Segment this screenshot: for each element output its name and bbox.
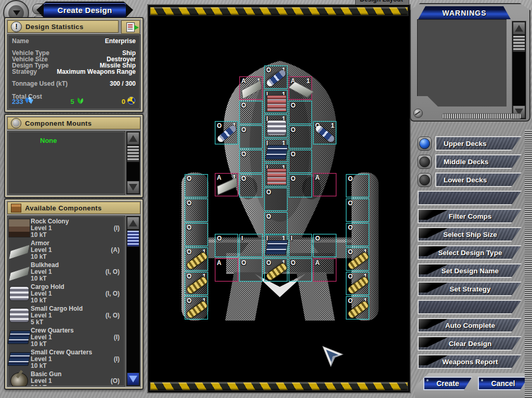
grid-cell-outer[interactable]: O (239, 174, 263, 197)
weapons-report-button[interactable]: Weapons Report (418, 354, 523, 369)
component-list-item[interactable]: Small Crew Quarters Level 1 10 kT (I) (8, 348, 125, 370)
component-list-item[interactable]: Bulkhead Level 1 10 kT (I, O) (8, 261, 125, 283)
mounts-scrollbar[interactable] (126, 131, 140, 195)
grid-cell-outer[interactable]: O (239, 125, 263, 149)
set-design-name-button[interactable]: Set Design Name (418, 263, 523, 278)
arrow-up-icon (515, 25, 523, 32)
grid-cell-armor[interactable]: A1 (289, 76, 312, 100)
warnings-body[interactable] (417, 19, 508, 108)
grid-cell-outer[interactable]: O (289, 150, 312, 173)
grid-cell-outer[interactable]: O (185, 174, 208, 197)
deck-radio[interactable] (418, 155, 432, 169)
component-list-item[interactable]: Rock Colony Level 1 10 kT (I) (8, 217, 125, 239)
component-list-item[interactable]: Armor Level 1 10 kT (A) (8, 239, 125, 261)
cell-letter: O (348, 273, 353, 280)
grid-cell-outer[interactable]: O (289, 258, 312, 282)
component-mounts-list[interactable]: None (7, 131, 125, 195)
grid-cell-outer[interactable]: O (313, 234, 336, 257)
grid-cell-outer[interactable]: O1 (346, 272, 369, 295)
grid-cell-outer[interactable]: O (346, 223, 369, 246)
corner-notch (419, 246, 448, 256)
deck-radio[interactable] (418, 173, 432, 187)
auto-complete-button[interactable]: Auto Complete (418, 318, 523, 333)
grid-cell-armor[interactable]: A1 (215, 173, 238, 196)
grid-cell-outer[interactable]: O1 (313, 121, 336, 144)
cell-letter: O (291, 126, 295, 134)
clear-design-button[interactable]: Clear Design (418, 336, 523, 351)
grid-cell-outer[interactable]: O (185, 198, 208, 222)
grid-cell-outer[interactable]: O1 (346, 247, 369, 271)
design-canvas[interactable]: OOOO1O1O1OOOO1O1O1O1I1I1I1I1OOA1A1OOOOOO… (147, 4, 411, 393)
grid-cell-outer[interactable]: O1 (264, 65, 288, 89)
grid-cell-outer[interactable]: O1 (185, 296, 208, 320)
grid-cell-outer[interactable]: O (185, 223, 208, 246)
component-slots: (I, O) (106, 269, 120, 275)
component-list-item[interactable]: Basic Gun Level 1 30 kT (O) (8, 370, 125, 387)
select-design-type-button[interactable]: Select Design Type (418, 245, 523, 260)
deck-button-upper-decks[interactable]: Upper Decks (435, 136, 523, 151)
deck-radio[interactable] (418, 137, 432, 151)
grid-cell-inner[interactable]: I1 (264, 90, 288, 113)
export-report-button[interactable] (121, 20, 140, 34)
boxblue-component-icon (7, 330, 31, 344)
grid-cell-outer[interactable]: O (239, 101, 263, 124)
grid-cell-inner[interactable]: I (289, 234, 312, 257)
filter-comps-button[interactable]: Filter Comps (418, 209, 523, 223)
grid-cell-inner[interactable]: I1 (264, 139, 288, 162)
cancel-button[interactable]: Cancel (478, 377, 528, 390)
grid-cell-armor[interactable]: A (215, 258, 238, 282)
grid-cell-outer[interactable]: O (346, 198, 369, 222)
grid-cell-outer[interactable]: O (264, 188, 288, 211)
gun-component-icon (10, 373, 28, 387)
scroll-thumb[interactable] (127, 145, 139, 162)
grid-cell-inner[interactable]: I (239, 234, 263, 257)
grid-cell-outer[interactable]: O (239, 258, 263, 282)
scroll-down-button[interactable] (127, 181, 139, 194)
scroll-up-button[interactable] (513, 22, 525, 35)
grid-cell-outer[interactable]: O (289, 101, 312, 124)
grid-cell-armor[interactable]: A1 (239, 76, 263, 100)
component-list-item[interactable]: Crew Quarters Level 1 10 kT (I) (8, 326, 125, 348)
grid-cell-outer[interactable]: O (264, 212, 288, 235)
component-list-item[interactable]: Cargo Hold Level 1 10 kT (I, O) (8, 283, 125, 304)
radio-orb-icon (419, 156, 430, 167)
grid-cell-outer[interactable]: O (289, 125, 312, 149)
grid-cell-outer[interactable]: O1 (215, 121, 238, 144)
cell-letter: O (187, 224, 191, 231)
create-button[interactable]: Create (423, 377, 472, 390)
component-list-item[interactable]: Small Cargo Hold Level 1 5 kT (I, O) (8, 304, 125, 326)
warnings-scrollbar[interactable] (512, 21, 526, 120)
grid-cell-inner[interactable]: I1 (264, 234, 288, 257)
grid-cell-inner[interactable]: I1 (264, 163, 288, 187)
deck-button-middle-decks[interactable]: Middle Decks (435, 154, 523, 169)
scroll-thumb[interactable] (127, 230, 139, 247)
arrow-up-icon (129, 135, 137, 142)
cell-letter: O (291, 175, 295, 182)
select-ship-size-button[interactable]: Select Ship Size (418, 227, 523, 242)
radio-orb-icon (419, 138, 430, 149)
scroll-up-button[interactable] (127, 217, 139, 230)
grid-cell-outer[interactable]: O1 (185, 272, 208, 295)
grid-cell-outer[interactable]: O (239, 150, 263, 173)
grid-cell-armor[interactable]: A (313, 258, 336, 282)
components-scrollbar[interactable] (126, 216, 140, 387)
grid-cell-inner[interactable]: I1 (264, 114, 288, 138)
deck-button-lower-decks[interactable]: Lower Decks (435, 173, 523, 187)
grid-cell-outer[interactable]: O (289, 174, 312, 197)
grid-cell-outer[interactable]: O (346, 174, 369, 197)
grid-cell-outer[interactable]: O1 (264, 258, 288, 282)
cell-letter: O (348, 248, 353, 256)
crate-icon (11, 204, 21, 213)
blank-bar (418, 300, 523, 314)
design-layout-tab[interactable]: Design Layout (355, 0, 409, 5)
scroll-up-button[interactable] (127, 132, 139, 145)
grid-cell-outer[interactable]: O1 (346, 296, 369, 320)
grid-cell-outer[interactable]: O (215, 234, 238, 257)
plate-component-icon (288, 81, 314, 98)
component-slots: (I) (114, 356, 120, 363)
grid-cell-armor[interactable]: A (313, 173, 336, 196)
scroll-thumb[interactable] (513, 35, 525, 52)
set-strategy-button[interactable]: Set Strategy (418, 282, 523, 296)
scroll-down-button[interactable] (127, 373, 139, 386)
grid-cell-outer[interactable]: O1 (185, 247, 208, 271)
